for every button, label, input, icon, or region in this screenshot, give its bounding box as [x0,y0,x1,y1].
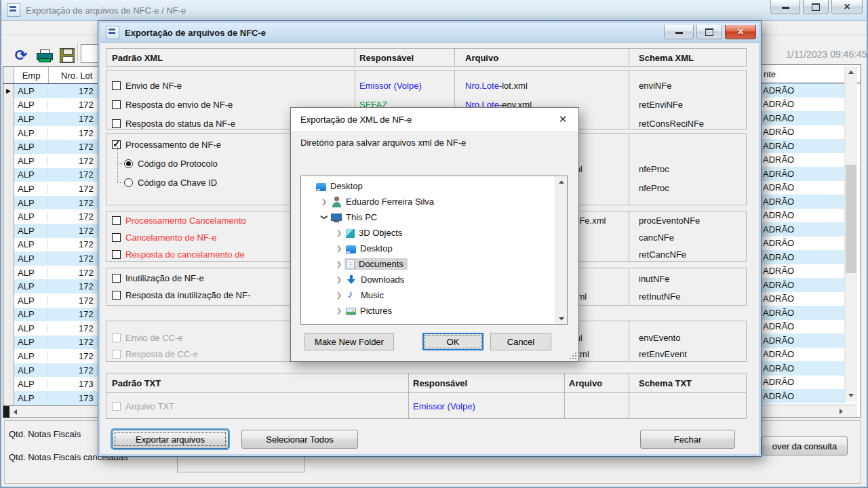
chevron-right-icon[interactable]: ❯ [334,307,344,314]
print-button[interactable] [35,47,53,64]
cell-lote: 172 [48,86,94,96]
chevron-right-icon[interactable]: ❯ [334,291,344,299]
header-responsavel: Responsável [413,373,467,392]
grid-col-emp: Emp [14,67,49,83]
checkbox[interactable] [112,81,121,90]
tree-item[interactable]: ❯Pictures [301,303,567,319]
radio-button[interactable] [124,159,133,168]
row-selector [3,363,14,378]
checkbox[interactable] [112,274,121,283]
scroll-up-button[interactable] [555,176,567,187]
chevron-down-icon[interactable]: ❯ [321,212,328,223]
scroll-left-button[interactable] [9,406,21,418]
arrow-down-icon [559,317,564,321]
close-button[interactable]: ✕ [831,0,863,14]
desktop-screen: Exportação de arquivos de NFC-e / NF-e ✕… [0,0,868,488]
checkbox [112,350,121,359]
checkbox[interactable] [112,250,121,259]
tree-item[interactable]: ❯3D Objects [301,225,567,241]
tree-item[interactable]: ❯Documents [301,256,567,272]
tree-item-label: Documents [359,259,403,269]
row-selector [3,307,14,322]
app-icon [7,3,20,17]
close-icon: ✕ [844,2,850,12]
row-selector [3,182,14,197]
close-dialog-button[interactable]: Fechar [640,430,735,449]
grid-vertical-scrollbar[interactable] [844,66,857,401]
cell-lote: 172 [48,296,94,306]
checkbox[interactable] [112,140,121,149]
chevron-right-icon[interactable]: ❯ [334,229,344,237]
cell-emp: ALP [14,226,48,236]
close-button[interactable]: ✕ [553,110,573,128]
row-selector [3,321,14,336]
row-selector [3,209,14,224]
tree-vertical-scrollbar[interactable] [555,176,567,324]
row-selector [3,293,14,308]
checkbox[interactable] [112,216,121,225]
maximize-icon [812,3,820,11]
row-selector [3,167,14,182]
chevron-right-icon[interactable]: ❯ [334,260,344,268]
chevron-right-icon[interactable]: ❯ [334,245,344,252]
xml-table-header: Padrão XML Responsável Arquivo Schema XM… [106,48,747,67]
row-selector [3,237,14,252]
option-label: Resposta do status da NF-e [125,119,235,129]
row-selector [3,153,14,168]
checkbox[interactable] [112,291,121,300]
documents-icon [347,260,355,269]
row-selector [3,391,14,406]
option-label: Envio de NF-e [125,81,182,91]
cell-lote: 172 [48,198,94,208]
make-new-folder-button[interactable]: Make New Folder [304,333,394,350]
minimize-button[interactable] [664,25,694,39]
maximize-button[interactable] [696,25,722,39]
scrollbar-thumb[interactable] [3,406,9,418]
desktop-icon [316,183,326,191]
cell-lote: 172 [48,128,94,138]
chevron-right-icon[interactable]: ❯ [334,276,344,283]
cancel-button[interactable]: Cancel [490,333,551,350]
checkbox[interactable] [112,233,121,242]
checkbox [112,333,121,342]
header-arquivo: Arquivo [569,373,602,392]
scroll-down-button[interactable] [845,390,857,401]
tree-item[interactable]: ❯Music [301,287,567,303]
remove-from-query-button[interactable]: over da consulta [762,436,848,455]
cell-emp: ALP [14,184,48,194]
tree-item[interactable]: ❯Desktop [301,178,567,194]
cell-emp: ALP [14,156,48,166]
arrow-right-icon [840,409,843,414]
scroll-up-button[interactable] [845,66,857,78]
ok-button[interactable]: OK [422,333,484,350]
scroll-right-button[interactable] [835,405,847,417]
tree-item[interactable]: ❯Eduardo Ferreira Silva [301,194,567,209]
scrollbar-thumb[interactable] [846,165,856,273]
tree-item[interactable]: ❯Downloads [301,272,567,287]
close-button[interactable]: ✕ [725,25,756,39]
tree-item[interactable]: ❯Desktop [301,241,567,256]
checkbox[interactable] [112,119,121,128]
minimize-button[interactable] [770,0,800,14]
refresh-button[interactable]: ⟳ [12,47,30,64]
option-label: Resposta da inutilização de NF- [125,290,250,300]
export-files-button[interactable]: Exportar arquivos [112,430,229,449]
tree-item[interactable]: ❯This PC [301,209,567,225]
select-all-button[interactable]: Selecionar Todos [241,430,358,449]
tree-item-label: Downloads [361,274,404,285]
txt-table: Padrão TXT Responsável Arquivo Schema TX… [106,373,747,419]
cell-emp: ALP [14,379,48,389]
resize-grip[interactable] [569,352,576,359]
maximize-button[interactable] [803,0,829,14]
scroll-down-button[interactable] [555,313,567,324]
radio-button[interactable] [124,178,133,187]
checkbox[interactable] [112,100,121,109]
save-button[interactable] [58,47,76,64]
checkbox-row[interactable]: Envio de NF-e [106,76,355,95]
folder-tree: ❯Desktop❯Eduardo Ferreira Silva❯This PC❯… [300,176,568,325]
cell-emp: ALP [14,351,48,361]
chevron-right-icon[interactable]: ❯ [319,198,330,205]
schema-value: nfeProc [629,178,747,197]
cell-emp: ALP [14,393,48,403]
cell-emp: ALP [14,323,48,333]
